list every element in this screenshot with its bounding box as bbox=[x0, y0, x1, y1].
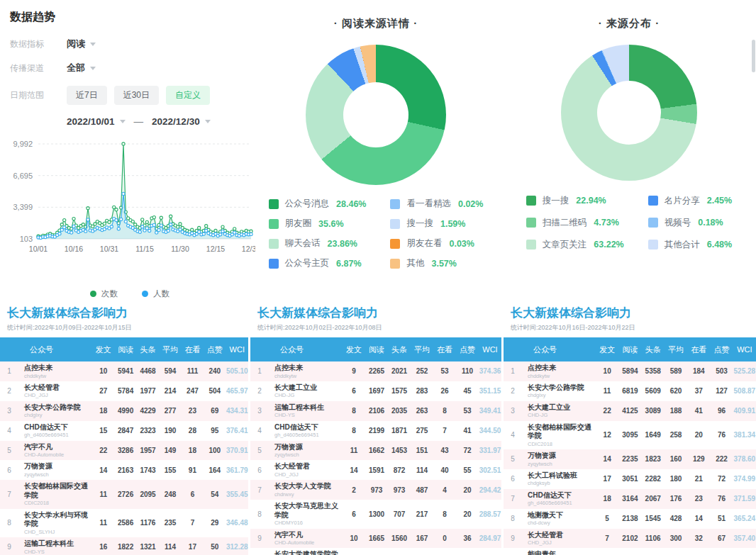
donut-hole bbox=[597, 81, 661, 145]
column-header: 发文 bbox=[596, 344, 618, 355]
metric-value: 53 bbox=[456, 407, 479, 415]
metric-value: 14 bbox=[92, 466, 114, 474]
chip-last7days[interactable]: 近7日 bbox=[67, 86, 107, 105]
metric-value: 9 bbox=[343, 367, 365, 375]
chip-last30days[interactable]: 近30日 bbox=[114, 86, 159, 105]
metric-value: 594 bbox=[159, 367, 181, 375]
account-id: CHD_JGJ bbox=[24, 392, 92, 398]
metric-value: 1545 bbox=[642, 515, 665, 522]
column-header: 点赞 bbox=[456, 344, 479, 355]
table-subtitle: 统计时间:2022年10月02日-2022年10月08日 bbox=[257, 323, 501, 332]
metric-value: 17 bbox=[596, 475, 618, 483]
metric-value: 6 bbox=[182, 490, 204, 498]
account-name: 万物资源 bbox=[274, 443, 343, 452]
metric-value: 275 bbox=[411, 427, 433, 435]
metric-value: 503 bbox=[710, 367, 733, 375]
wci-value: 374.36 bbox=[479, 367, 501, 375]
rank-value: 6 bbox=[504, 475, 522, 483]
metric-value: 300 bbox=[665, 534, 687, 542]
legend-item[interactable]: 扫描二维码4.73% bbox=[526, 214, 624, 231]
account-cell: 长大经管君CHD_JGJ bbox=[18, 383, 92, 399]
legend-item[interactable]: 朋友圈35.6% bbox=[269, 216, 367, 231]
account-id: CHD-YS bbox=[274, 412, 343, 418]
rank-value: 1 bbox=[504, 367, 522, 375]
metric-value: 45 bbox=[456, 387, 479, 395]
metric-value: 43 bbox=[433, 447, 456, 454]
legend-swatch-icon bbox=[526, 196, 536, 206]
influence-table-week3: 长大新媒体综合影响力 统计时间:2022年10月16日-2022年10月22日 … bbox=[504, 302, 756, 555]
wci-value: 381.34 bbox=[733, 431, 756, 439]
legend-item[interactable]: 其他3.57% bbox=[390, 256, 483, 271]
legend-item[interactable]: 看一看精选0.02% bbox=[390, 196, 483, 211]
chip-custom[interactable]: 自定义 bbox=[166, 86, 210, 105]
legend-value: 35.6% bbox=[318, 219, 343, 229]
metric-value: 21 bbox=[687, 475, 710, 483]
metric-value: 1560 bbox=[388, 534, 411, 542]
legend-label: 朋友圈 bbox=[285, 218, 312, 230]
legend-item[interactable]: 搜一搜22.94% bbox=[526, 192, 624, 209]
metric-value: 1649 bbox=[642, 431, 665, 439]
svg-text:103: 103 bbox=[20, 235, 33, 243]
metric-value: 252 bbox=[411, 367, 433, 375]
account-cell: 长大工科试验班chdgksyb bbox=[522, 471, 596, 487]
metric-value: 95 bbox=[204, 427, 226, 435]
table-row: 3长大建工立业CHD-JG22412530891884196409.91 bbox=[504, 401, 756, 421]
rank-value: 9 bbox=[0, 543, 18, 551]
metric-value: 5784 bbox=[114, 387, 136, 395]
account-cell: 汽宇不凡CHD-Automobile bbox=[18, 443, 92, 459]
metric-value: 1822 bbox=[114, 543, 136, 551]
start-date-picker[interactable]: 2022/10/01 bbox=[67, 116, 126, 127]
legend-item[interactable]: 名片分享2.45% bbox=[648, 192, 732, 209]
metric-value: 6 bbox=[343, 510, 365, 518]
read-source-donut-chart bbox=[306, 45, 446, 185]
legend-value: 1.59% bbox=[440, 219, 465, 229]
metric-dropdown-value: 阅读 bbox=[67, 38, 85, 50]
column-header: 头条 bbox=[388, 344, 411, 355]
rank-value: 5 bbox=[0, 447, 18, 454]
wci-value: 376.41 bbox=[226, 427, 248, 435]
end-date-picker[interactable]: 2022/12/30 bbox=[152, 116, 211, 127]
account-cell: 长安大学公路学院chdglxy bbox=[522, 383, 596, 399]
metric-value: 973 bbox=[365, 486, 388, 494]
metric-value: 151 bbox=[411, 447, 433, 454]
metric-value: 620 bbox=[665, 387, 687, 395]
metric-value: 248 bbox=[159, 490, 181, 498]
column-header: WCI bbox=[226, 345, 248, 354]
metric-value: 428 bbox=[665, 515, 687, 522]
rank-value: 8 bbox=[504, 515, 522, 522]
table-row: 9运输工程本科生CHD-YS16182213211141750312.28 bbox=[0, 537, 248, 555]
rank-value: 1 bbox=[0, 367, 18, 375]
legend-item[interactable]: 其他合计6.48% bbox=[648, 236, 732, 253]
column-header: 阅读 bbox=[365, 344, 388, 355]
legend-item[interactable]: 朋友在看0.03% bbox=[390, 236, 483, 251]
legend-dot-icon bbox=[90, 291, 96, 297]
legend-item[interactable]: 公众号主页6.87% bbox=[269, 256, 367, 271]
metric-value: 1662 bbox=[365, 447, 388, 454]
metric-value: 160 bbox=[665, 455, 687, 463]
legend-swatch-icon bbox=[390, 239, 400, 249]
column-header: 点赞 bbox=[204, 344, 226, 355]
legend-item[interactable]: 视频号0.18% bbox=[648, 214, 732, 231]
legend-item-people[interactable]: 人数 bbox=[142, 288, 169, 299]
account-name: 地测微天下 bbox=[528, 511, 596, 520]
legend-item-counts[interactable]: 次数 bbox=[90, 288, 118, 299]
metric-dropdown[interactable]: 阅读 bbox=[67, 38, 96, 50]
metric-value: 1176 bbox=[137, 519, 159, 527]
table-row: 4CHD信达天下gh_d4605e66945115284723231902895… bbox=[0, 421, 248, 441]
wci-value: 508.87 bbox=[733, 387, 756, 395]
metric-value: 2102 bbox=[618, 534, 641, 542]
rank-value: 9 bbox=[504, 534, 522, 542]
chevron-down-icon bbox=[90, 67, 96, 70]
table-row: 2长安大学公路学院chdglxy116819560962037127508.87 bbox=[504, 381, 756, 401]
legend-label: 搜一搜 bbox=[406, 218, 433, 230]
legend-item[interactable]: 聊天会话23.86% bbox=[269, 236, 367, 251]
rank-value: 2 bbox=[250, 387, 269, 395]
legend-item[interactable]: 文章页关注63.22% bbox=[526, 236, 624, 253]
channel-dropdown-value: 全部 bbox=[67, 62, 85, 74]
channel-dropdown[interactable]: 全部 bbox=[67, 62, 96, 74]
table-row: 2长大建工立业CHD-JG6169715752832645351.15 bbox=[250, 381, 501, 401]
legend-item[interactable]: 搜一搜1.59% bbox=[390, 216, 483, 231]
scrollbar[interactable] bbox=[752, 40, 755, 72]
account-name: 运输工程本科生 bbox=[274, 403, 343, 413]
legend-item[interactable]: 公众号消息28.46% bbox=[269, 196, 367, 211]
